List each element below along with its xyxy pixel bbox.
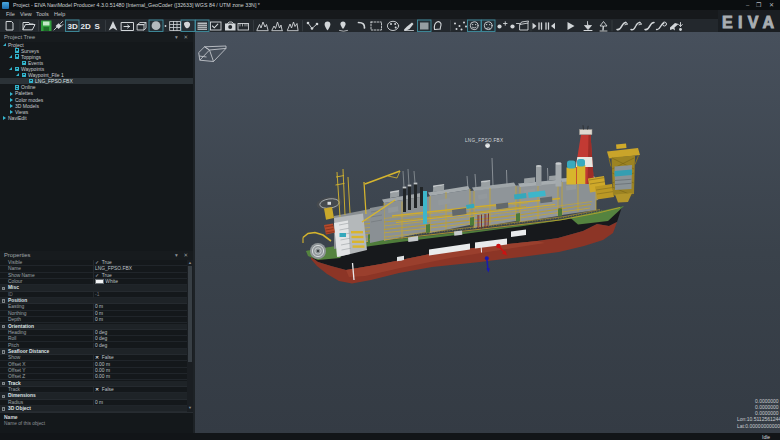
svg-text:2D: 2D: [81, 22, 91, 31]
svg-text:EIVA: EIVA: [722, 14, 774, 31]
svg-text:S: S: [95, 22, 101, 31]
svg-text:3D: 3D: [68, 22, 78, 31]
